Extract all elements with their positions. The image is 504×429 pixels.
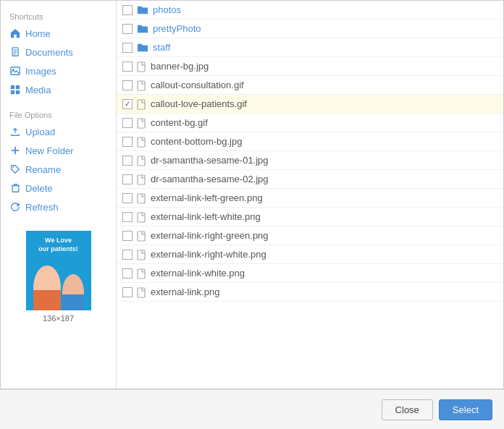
svg-rect-8 xyxy=(11,90,14,94)
file-icon xyxy=(137,211,146,222)
file-name: photos xyxy=(153,4,181,15)
file-name: external-link-left-white.png xyxy=(151,211,261,222)
list-item[interactable]: callout-love-patients.gif xyxy=(117,95,503,114)
list-item[interactable]: staff xyxy=(117,38,503,57)
file-checkbox[interactable] xyxy=(122,174,133,184)
sidebar-item-home[interactable]: Home xyxy=(1,24,116,43)
list-item[interactable]: dr-samantha-sesame-01.jpg xyxy=(117,151,503,170)
svg-rect-9 xyxy=(16,90,20,94)
file-checkbox[interactable] xyxy=(122,268,133,279)
sidebar-item-upload[interactable]: Upload xyxy=(1,122,116,141)
file-icon xyxy=(137,98,146,109)
preview-image: We Loveour patients! xyxy=(26,231,91,310)
list-item[interactable]: content-bottom-bg.jpg xyxy=(117,132,503,151)
file-name: content-bottom-bg.jpg xyxy=(151,136,242,147)
svg-rect-24 xyxy=(138,175,145,184)
home-icon xyxy=(9,27,21,39)
file-icon xyxy=(137,286,146,297)
list-item[interactable]: prettyPhoto xyxy=(117,20,503,38)
list-item[interactable]: dr-samantha-sesame-02.jpg xyxy=(117,170,503,189)
file-checkbox[interactable] xyxy=(122,250,133,260)
list-item[interactable]: external-link-right-white.png xyxy=(117,245,503,264)
trash-icon xyxy=(9,182,21,194)
file-name: external-link-white.png xyxy=(151,268,245,279)
file-icon xyxy=(137,154,146,166)
list-item[interactable]: external-link-right-green.png xyxy=(117,226,503,245)
file-icon xyxy=(137,60,146,72)
sidebar-item-new-folder[interactable]: New Folder xyxy=(1,141,116,160)
list-item[interactable]: content-bg.gif xyxy=(117,114,503,132)
media-label: Media xyxy=(25,85,51,95)
shortcuts-label: Shortcuts xyxy=(1,8,116,24)
file-name: banner-bg.jpg xyxy=(151,61,209,72)
plus-icon xyxy=(9,145,21,156)
list-item[interactable]: external-link-left-green.png xyxy=(117,189,503,208)
svg-rect-19 xyxy=(138,81,145,90)
file-checkbox[interactable] xyxy=(122,287,133,297)
rename-label: Rename xyxy=(25,164,61,175)
file-name: prettyPhoto xyxy=(153,23,201,34)
svg-rect-27 xyxy=(138,232,145,241)
file-name: external-link-left-green.png xyxy=(151,192,263,203)
file-checkbox[interactable] xyxy=(122,231,133,241)
svg-rect-21 xyxy=(138,119,145,128)
file-checkbox[interactable] xyxy=(122,24,133,34)
file-name: staff xyxy=(153,42,170,53)
file-checkbox[interactable] xyxy=(122,156,133,166)
file-checkbox[interactable] xyxy=(122,99,133,109)
list-item[interactable]: banner-bg.jpg xyxy=(117,57,503,76)
svg-rect-18 xyxy=(138,62,145,72)
preview-size: 136×187 xyxy=(43,314,74,323)
list-item[interactable]: external-link-left-white.png xyxy=(117,208,503,226)
sidebar-item-images[interactable]: Images xyxy=(1,61,116,80)
file-name: external-link-right-white.png xyxy=(151,249,266,260)
folder-icon xyxy=(137,4,148,16)
file-checkbox[interactable] xyxy=(122,80,133,90)
file-checkbox[interactable] xyxy=(122,5,133,15)
svg-rect-30 xyxy=(138,288,145,297)
file-list[interactable]: photosprettyPhotostaffbanner-bg.jpgcallo… xyxy=(117,1,503,388)
select-button[interactable]: Select xyxy=(439,399,492,420)
file-name: content-bg.gif xyxy=(151,117,208,128)
file-checkbox[interactable] xyxy=(122,212,133,222)
file-options-label: File Options xyxy=(1,106,116,122)
new-folder-label: New Folder xyxy=(25,145,73,156)
file-icon xyxy=(137,79,146,90)
file-checkbox[interactable] xyxy=(122,43,133,53)
svg-rect-20 xyxy=(138,100,145,109)
home-label: Home xyxy=(25,28,51,39)
file-name: external-link.png xyxy=(151,286,219,297)
sidebar-item-documents[interactable]: Documents xyxy=(1,43,116,61)
svg-point-12 xyxy=(13,167,14,169)
file-icon xyxy=(137,192,146,203)
svg-rect-6 xyxy=(11,85,14,89)
delete-label: Delete xyxy=(25,183,53,194)
svg-rect-13 xyxy=(12,186,19,192)
sidebar-item-delete[interactable]: Delete xyxy=(1,179,116,197)
close-button[interactable]: Close xyxy=(382,399,433,420)
refresh-icon xyxy=(9,201,21,213)
sidebar-item-media[interactable]: Media xyxy=(1,80,116,99)
tag-icon xyxy=(9,163,21,175)
file-icon xyxy=(137,173,146,184)
file-icon xyxy=(137,116,146,128)
file-checkbox[interactable] xyxy=(122,137,133,147)
image-icon xyxy=(9,65,21,77)
grid-icon xyxy=(9,84,21,95)
upload-label: Upload xyxy=(25,127,55,137)
sidebar-item-refresh[interactable]: Refresh xyxy=(1,197,116,216)
file-checkbox[interactable] xyxy=(122,193,133,203)
list-item[interactable]: photos xyxy=(117,1,503,20)
svg-rect-29 xyxy=(138,269,145,279)
file-name: dr-samantha-sesame-02.jpg xyxy=(151,174,269,184)
file-checkbox[interactable] xyxy=(122,61,133,72)
sidebar: Shortcuts Home Documents Images Media xyxy=(1,1,117,388)
list-item[interactable]: external-link.png xyxy=(117,283,503,302)
svg-rect-7 xyxy=(16,85,20,89)
file-checkbox[interactable] xyxy=(122,118,133,128)
sidebar-item-rename[interactable]: Rename xyxy=(1,160,116,179)
list-item[interactable]: external-link-white.png xyxy=(117,264,503,283)
list-item[interactable]: callout-consultation.gif xyxy=(117,76,503,95)
svg-rect-22 xyxy=(138,137,145,147)
file-name: callout-consultation.gif xyxy=(151,80,244,90)
